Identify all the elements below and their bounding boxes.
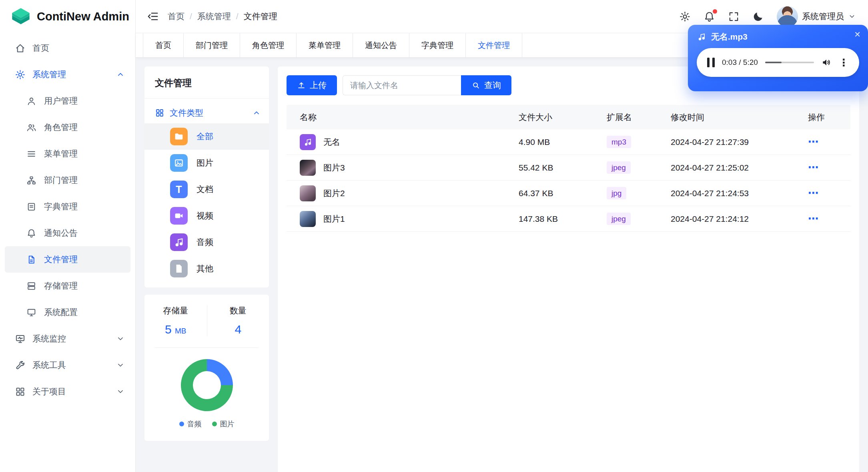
audio-file-icon xyxy=(300,134,316,150)
sidebar-item-users[interactable]: 用户管理 xyxy=(5,88,130,114)
tab-dictionary[interactable]: 字典管理 xyxy=(409,33,466,57)
player-close-button[interactable]: ✕ xyxy=(854,30,861,39)
file-type-all[interactable]: 全部 xyxy=(144,123,269,150)
query-button[interactable]: 查询 xyxy=(461,75,511,95)
breadcrumb-item[interactable]: 首页 xyxy=(168,11,184,22)
file-type-audio[interactable]: 音频 xyxy=(144,229,269,255)
file-name: 图片2 xyxy=(323,188,345,199)
file-time: 2024-04-27 21:25:02 xyxy=(671,163,808,173)
panel-title: 文件管理 xyxy=(144,66,269,98)
sidebar-group-monitor[interactable]: 系统监控 xyxy=(5,325,130,352)
upload-button[interactable]: 上传 xyxy=(287,75,337,95)
file-size: 147.38 KB xyxy=(519,214,607,224)
chart-legend: 音频 图片 xyxy=(179,419,235,429)
sidebar-item-storage[interactable]: 存储管理 xyxy=(5,273,130,299)
sidebar-item-label: 字典管理 xyxy=(44,201,78,212)
tab-home[interactable]: 首页 xyxy=(143,33,184,57)
storage-number: 5 xyxy=(165,323,172,336)
org-tree-icon xyxy=(26,175,36,185)
seek-slider[interactable] xyxy=(765,62,814,63)
breadcrumb-item[interactable]: 系统管理 xyxy=(197,11,231,22)
notifications-button[interactable] xyxy=(704,11,715,22)
legend-dot-image xyxy=(212,422,217,426)
legend-dot-audio xyxy=(179,422,184,426)
sidebar-item-dictionary[interactable]: 字典管理 xyxy=(5,193,130,220)
sidebar-group-tools[interactable]: 系统工具 xyxy=(5,352,130,378)
avatar xyxy=(777,6,798,27)
count-label: 数量 xyxy=(207,305,269,316)
table-row[interactable]: 图片3 55.42 KB jpeg 2024-04-27 21:25:02 ⋯ xyxy=(287,155,850,181)
dark-mode-button[interactable] xyxy=(752,11,764,22)
collapse-menu-icon xyxy=(147,10,159,22)
search-input[interactable] xyxy=(343,75,461,95)
sidebar-item-files[interactable]: 文件管理 xyxy=(5,246,130,273)
user-menu[interactable]: 系统管理员 xyxy=(777,6,856,27)
file-type-label: 文档 xyxy=(196,184,213,195)
legend-item-image[interactable]: 图片 xyxy=(212,419,235,429)
file-type-images[interactable]: 图片 xyxy=(144,150,269,176)
file-type-other[interactable]: 其他 xyxy=(144,255,269,282)
volume-button[interactable] xyxy=(821,57,832,68)
count-value: 4 xyxy=(207,323,269,336)
sidebar-item-label: 部门管理 xyxy=(44,175,78,186)
row-actions-button[interactable]: ⋯ xyxy=(808,187,819,199)
legend-item-audio[interactable]: 音频 xyxy=(179,419,202,429)
file-type-documents[interactable]: T 文档 xyxy=(144,176,269,203)
sidebar-item-label: 通知公告 xyxy=(44,227,78,239)
seek-progress xyxy=(765,62,782,63)
stats-grid: 存储量 5 MB 数量 4 xyxy=(144,295,269,336)
sidebar-item-home[interactable]: 首页 xyxy=(5,35,130,61)
file-time: 2024-04-27 21:24:12 xyxy=(671,214,808,224)
sidebar-group-about[interactable]: 关于项目 xyxy=(5,378,130,405)
fullscreen-icon xyxy=(728,11,740,22)
sidebar-item-departments[interactable]: 部门管理 xyxy=(5,167,130,193)
tab-menus[interactable]: 菜单管理 xyxy=(297,33,353,57)
sidebar-item-notices[interactable]: 通知公告 xyxy=(5,220,130,246)
breadcrumb-separator: / xyxy=(236,12,239,21)
file-ext-cell: jpeg xyxy=(607,213,671,225)
sidebar-item-config[interactable]: 系统配置 xyxy=(5,299,130,325)
table-row[interactable]: 无名 4.90 MB mp3 2024-04-27 21:27:39 ⋯ xyxy=(287,129,850,155)
app-logo[interactable]: ContiNew Admin xyxy=(0,0,135,33)
sidebar-item-label: 菜单管理 xyxy=(44,148,78,159)
table-row[interactable]: 图片2 64.37 KB jpg 2024-04-27 21:24:53 ⋯ xyxy=(287,181,850,206)
player-menu-button[interactable]: ⋮ xyxy=(839,57,849,68)
sidebar-group-system[interactable]: 系统管理 xyxy=(5,61,130,88)
file-icon xyxy=(26,255,36,265)
tab-notices[interactable]: 通知公告 xyxy=(353,33,409,57)
row-actions-button[interactable]: ⋯ xyxy=(808,136,819,148)
tab-departments[interactable]: 部门管理 xyxy=(184,33,240,57)
file-type-videos[interactable]: 视频 xyxy=(144,203,269,229)
row-actions-button[interactable]: ⋯ xyxy=(808,213,819,225)
file-type-card: 文件管理 文件类型 全部 xyxy=(144,66,269,287)
chevron-down-icon xyxy=(116,361,125,370)
users-icon xyxy=(26,123,36,133)
sidebar-group-label: 关于项目 xyxy=(32,386,66,397)
table-row[interactable]: 图片1 147.38 KB jpeg 2024-04-27 21:24:12 ⋯ xyxy=(287,206,850,232)
tab-files[interactable]: 文件管理 xyxy=(466,33,522,57)
settings-button[interactable] xyxy=(679,11,691,22)
sidebar-collapse-button[interactable] xyxy=(147,10,159,22)
tab-roles[interactable]: 角色管理 xyxy=(240,33,297,57)
file-type-group-label: 文件类型 xyxy=(170,107,203,119)
breadcrumb-separator: / xyxy=(190,12,192,21)
file-type-label: 音频 xyxy=(196,237,213,248)
search-icon xyxy=(471,81,480,90)
file-type-group-header[interactable]: 文件类型 xyxy=(144,98,269,123)
file-size: 64.37 KB xyxy=(519,189,607,198)
monitor-pulse-icon xyxy=(15,333,26,344)
row-actions-button[interactable]: ⋯ xyxy=(808,161,819,174)
file-ext-cell: jpg xyxy=(607,187,671,199)
sidebar-item-roles[interactable]: 角色管理 xyxy=(5,114,130,141)
app-title: ContiNew Admin xyxy=(37,10,129,23)
fullscreen-button[interactable] xyxy=(728,11,740,22)
file-type-label: 图片 xyxy=(196,157,213,169)
pause-button[interactable] xyxy=(707,58,715,67)
grid-icon xyxy=(15,386,26,397)
menu-lines-icon xyxy=(26,149,36,159)
sidebar-item-menus[interactable]: 菜单管理 xyxy=(5,141,130,167)
file-type-label: 其他 xyxy=(196,263,213,274)
sidebar-group-label: 系统管理 xyxy=(32,69,66,80)
file-size: 55.42 KB xyxy=(519,163,607,173)
chevron-up-icon xyxy=(116,70,125,79)
